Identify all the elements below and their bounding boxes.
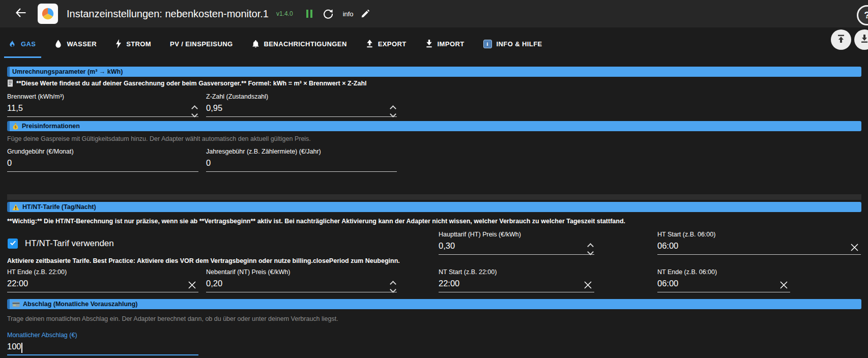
tab-bar: GAS WASSER STROM PV / EINSPEISUNG BENACH…	[0, 27, 868, 60]
section-title: Preisinformationen	[22, 123, 80, 130]
zzahl-label: Z-Zahl (Zustandszahl)	[206, 93, 397, 100]
tab-label: PV / EINSPEISUNG	[170, 40, 233, 48]
app-bar: Instanzeinstellungen: nebenkosten-monito…	[0, 0, 868, 27]
tab-label: IMPORT	[438, 40, 465, 48]
abschlag-field: Monatlicher Abschlag (€)	[7, 332, 198, 355]
brennwert-field: Brennwert (kWh/m³)	[7, 93, 198, 117]
lightning-bolt-icon	[115, 39, 122, 48]
nt-start-clear-icon[interactable]	[584, 281, 592, 289]
grundgebuehr-input[interactable]	[7, 157, 198, 172]
adapter-logo-pie	[38, 4, 58, 24]
nt-start-input[interactable]	[439, 277, 594, 292]
import-arrow-down-icon	[425, 40, 433, 48]
section-header-preisinformationen: $ Preisinformationen	[7, 121, 861, 131]
jahresgebuehr-field: Jahresgebühr (z.B. Zählermiete) (€/Jahr)	[206, 148, 397, 172]
export-arrow-up-icon	[366, 40, 373, 48]
back-button[interactable]	[14, 7, 27, 20]
brennwert-label: Brennwert (kWh/m³)	[7, 93, 198, 100]
help-question-icon: ?	[864, 10, 868, 21]
nt-ende-clear-icon[interactable]	[779, 281, 788, 289]
section-header-umrechnungsparameter: Umrechnungsparameter (m³ → kWh)	[7, 67, 861, 77]
tab-pv-einspeisung[interactable]: PV / EINSPEISUNG	[170, 40, 233, 48]
ht-start-label: HT Start (z.B. 06:00)	[657, 231, 861, 238]
ht-preis-stepper[interactable]	[588, 244, 593, 254]
pause-instance-button[interactable]	[306, 10, 312, 18]
nt-ende-field: NT Ende (z.B. 06:00)	[657, 268, 790, 292]
ht-preis-input[interactable]	[439, 240, 594, 255]
brennwert-input[interactable]	[7, 102, 198, 117]
svg-text:$: $	[15, 125, 17, 129]
version-badge: v1.4.0	[276, 10, 293, 17]
text-caret	[21, 343, 22, 353]
ht-preis-field: Haupttarif (HT) Preis (€/kWh)	[439, 231, 594, 255]
section-header-htnt: HT/NT-Tarife (Tag/Nacht)	[7, 202, 861, 212]
refresh-icon	[323, 12, 334, 21]
tab-label: GAS	[21, 40, 36, 48]
scroll-to-bottom-icon	[859, 34, 868, 46]
section-title: HT/NT-Tarife (Tag/Nacht)	[22, 203, 96, 211]
receipt-icon	[7, 79, 13, 87]
ht-start-input[interactable]	[657, 240, 861, 255]
page-title: Instanzeinstellungen: nebenkosten-monito…	[67, 8, 269, 20]
nt-start-field: NT Start (z.B. 22:00)	[439, 268, 594, 292]
tab-info-hilfe[interactable]: i INFO & HILFE	[483, 40, 542, 48]
credit-card-icon	[12, 302, 20, 307]
tab-label: WASSER	[67, 40, 97, 48]
ht-ende-input[interactable]	[7, 277, 198, 292]
abschlag-description: Trage deinen monatlichen Abschlag ein. D…	[7, 315, 338, 322]
tab-strom[interactable]: STROM	[115, 39, 151, 48]
htnt-helper: Aktiviere zeitbasierte Tarife. Best Prac…	[7, 257, 400, 264]
checkmark-icon	[9, 239, 17, 249]
htnt-checkbox-label: HT/NT-Tarif verwenden	[25, 238, 114, 249]
ht-ende-clear-icon[interactable]	[188, 281, 196, 289]
tab-wasser[interactable]: WASSER	[54, 39, 97, 48]
ht-ende-field: HT Ende (z.B. 22:00)	[7, 268, 198, 292]
nt-preis-field: Nebentarif (NT) Preis (€/kWh)	[206, 268, 397, 292]
section-divider	[7, 194, 861, 200]
preise-description: Füge deine Gaspreise mit Gültigkeitsdatu…	[7, 135, 311, 142]
section-header-abschlag: Abschlag (Monatliche Vorauszahlung)	[7, 299, 861, 309]
edit-button[interactable]	[361, 9, 371, 19]
brennwert-stepper[interactable]	[192, 106, 197, 116]
section-title: Umrechnungsparameter (m³ → kWh)	[12, 68, 123, 75]
tab-gas[interactable]: GAS	[8, 39, 36, 48]
nt-ende-input[interactable]	[657, 277, 790, 292]
jahresgebuehr-label: Jahresgebühr (z.B. Zählermiete) (€/Jahr)	[206, 148, 397, 155]
ht-start-field: HT Start (z.B. 06:00)	[657, 231, 861, 255]
scroll-to-top-icon	[836, 34, 846, 46]
water-drop-icon	[54, 39, 62, 48]
htnt-warning: **Wichtig:** Die HT/NT-Berechnung ist nu…	[7, 218, 625, 225]
tab-label: BENACHRICHTIGUNGEN	[264, 40, 347, 48]
tab-label: EXPORT	[378, 40, 407, 48]
zzahl-input[interactable]	[206, 102, 397, 117]
tab-import[interactable]: IMPORT	[425, 40, 465, 48]
jahresgebuehr-input[interactable]	[206, 157, 397, 172]
info-square-icon: i	[483, 40, 492, 48]
zzahl-stepper[interactable]	[391, 106, 395, 116]
money-bag-icon: $	[12, 123, 19, 130]
htnt-checkbox[interactable]	[8, 238, 18, 249]
instance-settings-screen: Instanzeinstellungen: nebenkosten-monito…	[0, 0, 868, 358]
bell-icon	[252, 40, 259, 48]
abschlag-label: Monatlicher Abschlag (€)	[7, 332, 198, 339]
zzahl-field: Z-Zahl (Zustandszahl)	[206, 93, 397, 117]
umrechnung-note: **Diese Werte findest du auf deiner Gasr…	[7, 79, 367, 87]
active-tab-indicator	[4, 56, 41, 58]
tab-benachrichtigungen[interactable]: BENACHRICHTIGUNGEN	[252, 40, 347, 48]
abschlag-input[interactable]	[7, 340, 198, 355]
htnt-checkbox-row[interactable]: HT/NT-Tarif verwenden	[8, 238, 114, 249]
nt-preis-stepper[interactable]	[391, 282, 395, 292]
tab-label: STROM	[126, 40, 151, 48]
tab-export[interactable]: EXPORT	[366, 40, 407, 48]
grundgebuehr-field: Grundgebühr (€/Monat)	[7, 148, 198, 172]
ht-ende-label: HT Ende (z.B. 22:00)	[7, 268, 198, 276]
ht-start-clear-icon[interactable]	[850, 243, 859, 252]
tab-label: INFO & HILFE	[497, 40, 542, 48]
grundgebuehr-label: Grundgebühr (€/Monat)	[7, 148, 198, 155]
warning-triangle-icon	[12, 204, 19, 211]
refresh-button[interactable]	[323, 8, 334, 19]
nt-preis-label: Nebentarif (NT) Preis (€/kWh)	[206, 268, 397, 276]
nt-preis-input[interactable]	[206, 277, 397, 292]
info-button[interactable]: info	[343, 10, 354, 18]
scroll-to-top-button[interactable]	[831, 29, 851, 50]
